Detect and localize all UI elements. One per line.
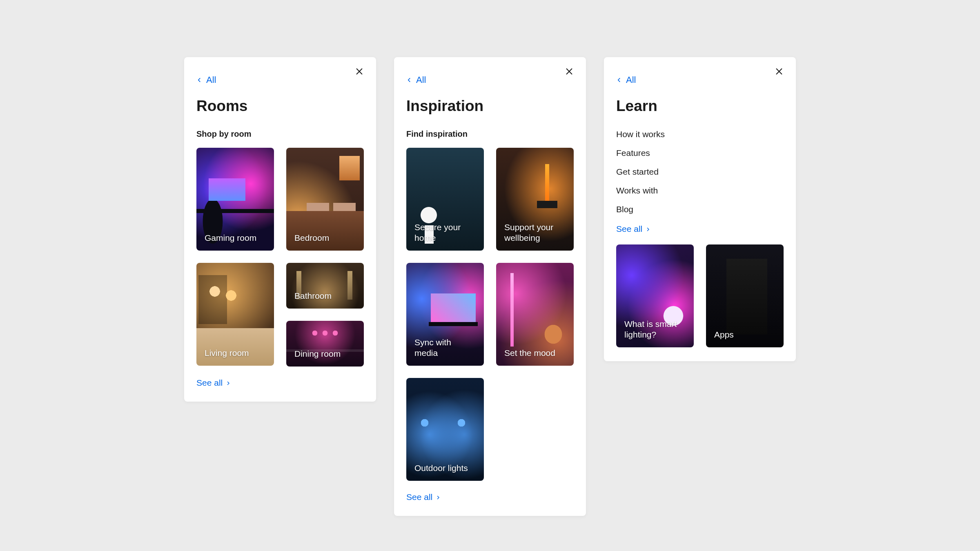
tile-outdoor-lights[interactable]: Outdoor lights xyxy=(406,378,484,481)
tile-dining-room[interactable]: Dining room xyxy=(286,321,364,367)
see-all-label: See all xyxy=(406,492,432,502)
tile-bedroom[interactable]: Bedroom xyxy=(286,148,364,251)
tile-what-is-smart-lighting[interactable]: What is smart lighting? xyxy=(616,244,694,347)
see-all-label: See all xyxy=(196,378,223,388)
link-features[interactable]: Features xyxy=(616,148,784,158)
link-get-started[interactable]: Get started xyxy=(616,167,784,177)
close-button[interactable] xyxy=(773,66,785,78)
tile-label: Dining room xyxy=(294,349,356,359)
tile-gaming-room[interactable]: Gaming room xyxy=(196,148,274,251)
close-button[interactable] xyxy=(353,66,365,78)
panel-rooms: All Rooms Shop by room Gaming room Bedro… xyxy=(184,57,376,402)
see-all-link[interactable]: See all xyxy=(406,492,574,502)
tile-label: Outdoor lights xyxy=(414,463,476,473)
link-blog[interactable]: Blog xyxy=(616,204,784,214)
close-button[interactable] xyxy=(563,66,575,78)
back-link[interactable]: All xyxy=(196,75,364,85)
tile-label: Secure your home xyxy=(414,222,476,244)
back-label: All xyxy=(206,75,216,85)
chevron-right-icon xyxy=(436,492,441,502)
see-all-link[interactable]: See all xyxy=(616,224,784,234)
panel-inspiration: All Inspiration Find inspiration Secure … xyxy=(394,57,586,516)
back-label: All xyxy=(416,75,426,85)
panel-title: Learn xyxy=(616,98,784,115)
tile-label: Bathroom xyxy=(294,291,356,301)
chevron-right-icon xyxy=(646,224,650,234)
close-icon xyxy=(565,67,574,78)
link-works-with[interactable]: Works with xyxy=(616,186,784,196)
tile-label: Support your wellbeing xyxy=(504,222,566,244)
chevron-left-icon xyxy=(616,75,622,85)
tile-label: Living room xyxy=(205,348,266,358)
chevron-left-icon xyxy=(196,75,202,85)
tile-label: Gaming room xyxy=(205,233,266,243)
tile-label: Set the mood xyxy=(504,348,566,358)
tile-label: What is smart lighting? xyxy=(624,319,686,340)
tile-sync-media[interactable]: Sync with media xyxy=(406,263,484,366)
see-all-link[interactable]: See all xyxy=(196,378,364,388)
panel-title: Inspiration xyxy=(406,98,574,115)
chevron-right-icon xyxy=(226,378,231,388)
see-all-label: See all xyxy=(616,224,642,234)
close-icon xyxy=(775,67,784,78)
tile-label: Bedroom xyxy=(294,233,356,243)
tile-bathroom[interactable]: Bathroom xyxy=(286,263,364,309)
link-how-it-works[interactable]: How it works xyxy=(616,129,784,139)
close-icon xyxy=(355,67,364,78)
learn-link-list: How it works Features Get started Works … xyxy=(616,129,784,214)
section-label: Find inspiration xyxy=(406,129,574,139)
tile-label: Sync with media xyxy=(414,337,476,359)
tile-wellbeing[interactable]: Support your wellbeing xyxy=(496,148,574,251)
tile-set-mood[interactable]: Set the mood xyxy=(496,263,574,366)
tile-apps[interactable]: Apps xyxy=(706,244,784,347)
section-label: Shop by room xyxy=(196,129,364,139)
tile-label: Apps xyxy=(714,329,775,340)
tile-secure-home[interactable]: Secure your home xyxy=(406,148,484,251)
panel-learn: All Learn How it works Features Get star… xyxy=(604,57,796,361)
back-link[interactable]: All xyxy=(406,75,574,85)
back-label: All xyxy=(626,75,636,85)
back-link[interactable]: All xyxy=(616,75,784,85)
panel-title: Rooms xyxy=(196,98,364,115)
chevron-left-icon xyxy=(406,75,412,85)
tile-living-room[interactable]: Living room xyxy=(196,263,274,366)
